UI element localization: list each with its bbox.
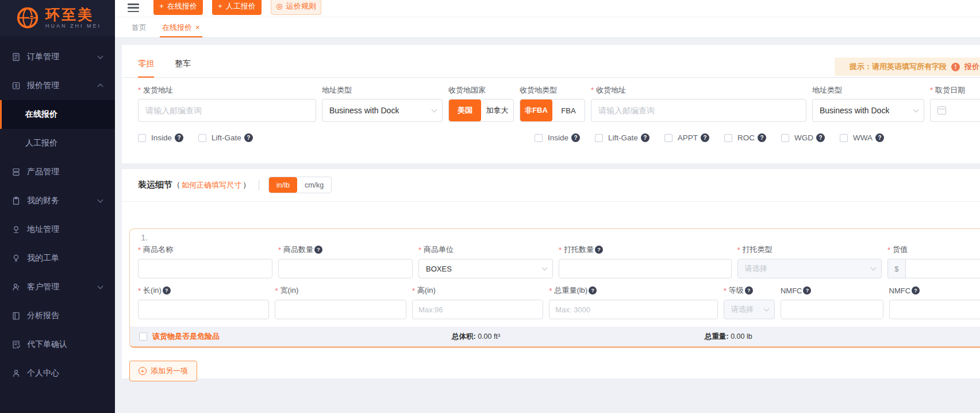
- length-input[interactable]: [138, 300, 269, 319]
- product-name-input[interactable]: [138, 259, 272, 278]
- help-icon[interactable]: ?: [875, 133, 884, 142]
- hamburger-menu-icon[interactable]: [128, 3, 139, 12]
- help-icon[interactable]: ?: [912, 286, 920, 295]
- pallet-qty-field: *打托数量?: [559, 244, 731, 278]
- sidebar-item-orders[interactable]: 订单管理: [0, 43, 115, 71]
- sidebar-item-online-quote[interactable]: 在线报价: [0, 100, 115, 129]
- nmfc-sub-input[interactable]: [889, 300, 980, 319]
- checkbox[interactable]: [724, 134, 732, 142]
- total-weight-input[interactable]: [549, 300, 717, 319]
- quote-panel: 零担 整车 *发货地址 地址类型 Business with Dock 收货地国: [122, 45, 980, 378]
- country-ca-option[interactable]: 加拿大: [481, 100, 513, 121]
- help-icon[interactable]: ?: [163, 286, 171, 295]
- product-qty-input[interactable]: [278, 259, 413, 278]
- height-input[interactable]: [412, 300, 543, 319]
- sidebar-item-order-confirm[interactable]: 代下单确认: [0, 330, 115, 359]
- dest-wwa-option[interactable]: WWA ?: [840, 133, 884, 142]
- chevron-down-icon: [542, 265, 548, 270]
- sidebar-item-quotes[interactable]: $ 报价管理: [0, 71, 115, 100]
- manual-quote-button[interactable]: + 人工报价: [212, 0, 262, 15]
- tab-home[interactable]: 首页: [132, 17, 147, 37]
- tip-banner: 提示：请用英语填写所有字段 ! 报价: [835, 58, 980, 76]
- plus-icon: +: [218, 2, 222, 10]
- rate-rules-button[interactable]: ◎ 运价规则: [271, 0, 321, 15]
- help-icon[interactable]: ?: [816, 133, 825, 142]
- sidebar-item-manual-quote[interactable]: 人工报价: [0, 129, 115, 158]
- tab-ltl[interactable]: 零担: [138, 59, 154, 78]
- person-icon: [11, 369, 21, 378]
- svg-text:$: $: [15, 83, 18, 89]
- help-icon[interactable]: ?: [244, 133, 253, 142]
- help-icon[interactable]: ?: [758, 133, 766, 142]
- tab-online-quote[interactable]: 在线报价 ×: [162, 17, 200, 37]
- tab-ftl[interactable]: 整车: [175, 59, 191, 77]
- info-icon: !: [951, 63, 960, 71]
- product-unit-select[interactable]: BOXES: [418, 259, 553, 278]
- sidebar-item-label: 分析报告: [27, 311, 59, 321]
- hazmat-option[interactable]: 该货物是否是危险品: [139, 331, 220, 342]
- dollar-prefix: $: [887, 259, 905, 278]
- dest-liftgate-option[interactable]: Lift-Gate ?: [595, 133, 650, 142]
- checkbox[interactable]: [840, 134, 848, 142]
- pickup-date-input[interactable]: [930, 99, 980, 122]
- sidebar-item-profile[interactable]: 个人中心: [0, 359, 115, 388]
- sidebar-item-addresses[interactable]: 地址管理: [0, 215, 115, 244]
- checkbox[interactable]: [138, 134, 146, 142]
- help-icon[interactable]: ?: [701, 133, 709, 142]
- tip-link[interactable]: 报价: [964, 62, 979, 72]
- dest-appt-option[interactable]: APPT ?: [664, 133, 709, 142]
- fba-option[interactable]: FBA: [552, 100, 585, 121]
- origin-liftgate-option[interactable]: Lift-Gate ?: [198, 133, 253, 142]
- pallet-type-select[interactable]: 请选择: [737, 259, 882, 278]
- help-icon[interactable]: ?: [589, 286, 597, 295]
- sidebar-item-reports[interactable]: 分析报告: [0, 301, 115, 330]
- dest-address-type-select[interactable]: Business with Dock: [812, 99, 924, 122]
- online-quote-button[interactable]: + 在线报价: [153, 0, 203, 15]
- logo[interactable]: 环至美 HUAN ZHI MEI: [0, 0, 115, 36]
- help-icon[interactable]: ?: [803, 286, 811, 295]
- checkbox[interactable]: [139, 332, 147, 341]
- sidebar-item-products[interactable]: 产品管理: [0, 158, 115, 186]
- width-input[interactable]: [275, 300, 406, 319]
- help-icon[interactable]: ?: [314, 246, 322, 254]
- brand-name-en: HUAN ZHI MEI: [45, 23, 101, 29]
- dest-type-toggle: 非FBA FBA: [520, 99, 585, 122]
- cargo-item-card: 1. *商品名称 *商品数量? *商品单位 BOXES: [129, 228, 980, 348]
- product-qty-field: *商品数量?: [278, 244, 413, 278]
- cargo-value-input[interactable]: [905, 259, 980, 278]
- origin-inside-option[interactable]: Inside ?: [138, 133, 183, 142]
- dest-address-input[interactable]: [591, 99, 806, 122]
- chevron-down-icon: [432, 106, 437, 112]
- unit-cmkg-option[interactable]: cm/kg: [297, 177, 331, 193]
- freight-class-select[interactable]: 请选择: [724, 300, 775, 319]
- size-help-link[interactable]: 如何正确填写尺寸: [182, 180, 241, 190]
- header-toolbar: + 在线报价 + 人工报价 ◎ 运价规则: [115, 0, 980, 17]
- chevron-down-icon: [913, 106, 919, 112]
- origin-address-type-select[interactable]: Business with Dock: [322, 99, 443, 122]
- help-icon[interactable]: ?: [571, 133, 580, 142]
- help-icon[interactable]: ?: [745, 286, 753, 295]
- sidebar-item-tickets[interactable]: 我的工单: [0, 244, 115, 273]
- checkbox[interactable]: [198, 134, 206, 142]
- sidebar-item-customers[interactable]: 客户管理: [0, 273, 115, 301]
- checkbox[interactable]: [781, 134, 789, 142]
- brand-name: 环至美: [45, 7, 101, 22]
- checkbox[interactable]: [664, 134, 672, 142]
- non-fba-option[interactable]: 非FBA: [520, 100, 552, 121]
- close-icon[interactable]: ×: [195, 24, 200, 31]
- pallet-qty-input[interactable]: [559, 259, 731, 278]
- help-icon[interactable]: ?: [595, 246, 603, 254]
- help-icon[interactable]: ?: [641, 133, 650, 142]
- dest-wgd-option[interactable]: WGD ?: [781, 133, 825, 142]
- dest-inside-option[interactable]: Inside ?: [535, 133, 580, 142]
- origin-address-input[interactable]: [138, 99, 316, 122]
- dest-roc-option[interactable]: ROC ?: [724, 133, 766, 142]
- country-us-option[interactable]: 美国: [449, 100, 481, 121]
- checkbox[interactable]: [595, 134, 603, 142]
- checkbox[interactable]: [535, 134, 543, 142]
- unit-inlb-option[interactable]: in/lb: [269, 177, 297, 193]
- help-icon[interactable]: ?: [175, 133, 183, 142]
- sidebar-item-finance[interactable]: 我的财务: [0, 186, 115, 215]
- nmfc-input[interactable]: [781, 300, 883, 319]
- add-item-button[interactable]: + 添加另一项: [129, 361, 197, 381]
